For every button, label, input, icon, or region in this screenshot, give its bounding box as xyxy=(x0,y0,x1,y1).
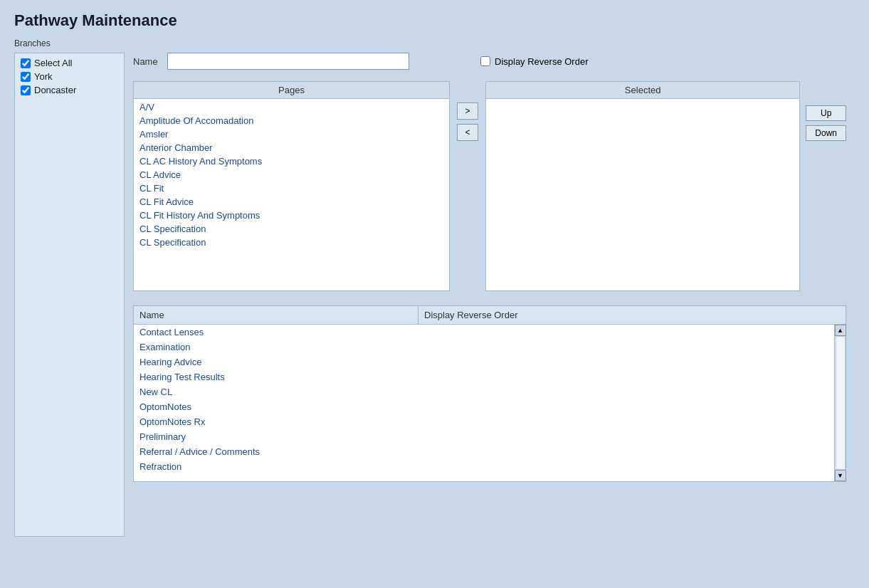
bottom-table-section: Name Display Reverse Order Contact Lense… xyxy=(133,305,846,482)
display-reverse-label[interactable]: Display Reverse Order xyxy=(495,56,589,67)
pages-list-inner: A/V Amplitude Of Accomadation Amsler Ant… xyxy=(134,99,449,251)
branch-checkbox-doncaster[interactable] xyxy=(21,85,31,95)
down-button[interactable]: Down xyxy=(806,125,846,141)
selected-list[interactable] xyxy=(485,99,800,291)
remove-button[interactable]: < xyxy=(457,124,478,141)
list-item[interactable]: A/V xyxy=(134,100,449,114)
selected-header: Selected xyxy=(485,81,800,99)
pages-section: Pages A/V Amplitude Of Accomadation Amsl… xyxy=(133,81,450,291)
list-item[interactable]: CL Fit History And Symptoms xyxy=(134,209,449,222)
pages-header: Pages xyxy=(133,81,450,99)
arrow-buttons: > < xyxy=(450,103,485,141)
branches-panel: Select All York Doncaster xyxy=(14,53,125,537)
table-row[interactable]: OptomNotes Rx xyxy=(134,414,834,429)
pages-selected-area: Pages A/V Amplitude Of Accomadation Amsl… xyxy=(133,81,846,291)
list-item[interactable]: CL Fit Advice xyxy=(134,195,449,209)
branch-item-york[interactable]: York xyxy=(21,71,118,82)
table-row[interactable]: Examination xyxy=(134,340,834,355)
list-item[interactable]: CL Specification xyxy=(134,236,449,249)
branches-label: Branches xyxy=(14,38,855,48)
branch-item-select-all[interactable]: Select All xyxy=(21,58,118,68)
branch-checkbox-select-all[interactable] xyxy=(21,58,31,68)
list-item[interactable]: CL AC History And Symptoms xyxy=(134,154,449,168)
list-item[interactable]: Anterior Chamber xyxy=(134,141,449,154)
up-button[interactable]: Up xyxy=(806,105,846,121)
display-reverse-checkbox[interactable] xyxy=(480,56,490,66)
top-row: Name Display Reverse Order xyxy=(133,53,846,70)
bottom-table-col-display-reverse: Display Reverse Order xyxy=(418,306,846,324)
scroll-down-arrow[interactable]: ▼ xyxy=(835,470,846,481)
main-container: Pathway Maintenance Branches Select All … xyxy=(0,0,869,588)
table-row[interactable]: Referral / Advice / Comments xyxy=(134,444,834,459)
list-item[interactable]: CL Fit xyxy=(134,182,449,195)
branch-checkbox-york[interactable] xyxy=(21,72,31,82)
list-item[interactable]: Amsler xyxy=(134,127,449,141)
bottom-table-header: Name Display Reverse Order xyxy=(134,306,846,325)
up-down-buttons: Up Down xyxy=(800,103,846,141)
scroll-track xyxy=(836,336,846,470)
branch-item-doncaster[interactable]: Doncaster xyxy=(21,85,118,95)
table-row[interactable]: New CL xyxy=(134,384,834,399)
display-reverse-order-row[interactable]: Display Reverse Order xyxy=(480,56,589,67)
bottom-table-col-name: Name xyxy=(134,306,418,324)
branch-label-select-all[interactable]: Select All xyxy=(34,58,72,68)
bottom-table-scrollbar[interactable]: ▲ ▼ xyxy=(834,325,846,481)
table-row[interactable]: Hearing Advice xyxy=(134,355,834,369)
main-content-area: Name Display Reverse Order Pages A/V A xyxy=(125,53,855,537)
selected-section: Selected xyxy=(485,81,800,291)
name-row: Name xyxy=(133,53,409,70)
table-row[interactable]: OptomNotes xyxy=(134,399,834,414)
content-area: Select All York Doncaster Name xyxy=(14,53,855,537)
branch-label-doncaster[interactable]: Doncaster xyxy=(34,85,76,95)
table-row[interactable]: Contact Lenses xyxy=(134,325,834,340)
list-item[interactable]: CL Specification xyxy=(134,222,449,236)
page-title: Pathway Maintenance xyxy=(14,11,855,30)
name-label: Name xyxy=(133,56,162,67)
list-item[interactable]: Amplitude Of Accomadation xyxy=(134,114,449,127)
pages-list[interactable]: A/V Amplitude Of Accomadation Amsler Ant… xyxy=(133,99,450,291)
bottom-table-body: Contact Lenses Examination Hearing Advic… xyxy=(134,325,846,481)
add-button[interactable]: > xyxy=(457,103,478,120)
scroll-up-arrow[interactable]: ▲ xyxy=(835,325,846,336)
bottom-table-list[interactable]: Contact Lenses Examination Hearing Advic… xyxy=(134,325,834,481)
name-input[interactable] xyxy=(167,53,409,70)
table-row[interactable]: Preliminary xyxy=(134,429,834,444)
list-item[interactable]: CL Advice xyxy=(134,168,449,182)
branch-label-york[interactable]: York xyxy=(34,71,53,82)
table-row[interactable]: Refraction xyxy=(134,459,834,474)
table-row[interactable]: Hearing Test Results xyxy=(134,369,834,384)
